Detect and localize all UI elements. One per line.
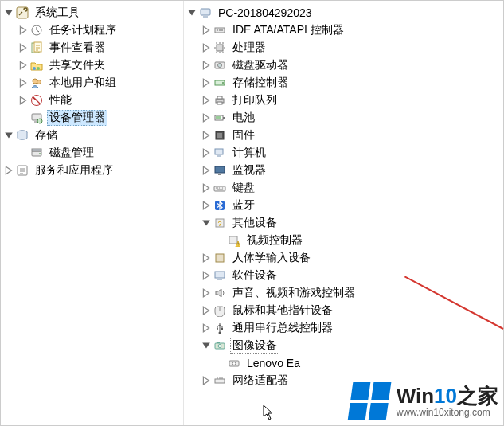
svg-rect-35: [215, 166, 225, 173]
keyboard-node[interactable]: 键盘: [200, 179, 502, 197]
expand-icon[interactable]: [201, 253, 211, 263]
mouse-icon: [213, 303, 227, 318]
collapse-icon[interactable]: [201, 341, 211, 350]
usb-node[interactable]: 通用串行总线控制器: [200, 319, 502, 337]
software-devices-node[interactable]: 软件设备: [200, 267, 502, 284]
services-apps-node[interactable]: 服务和应用程序: [2, 162, 182, 179]
expand-icon[interactable]: [201, 113, 211, 123]
computer-root-node[interactable]: PC-201804292023 IDE ATA/ATAPI 控制器 处理器: [186, 4, 502, 389]
node-label: 存储: [33, 127, 60, 143]
monitor-icon: [213, 163, 227, 178]
disk-drives-node[interactable]: 磁盘驱动器: [200, 57, 502, 74]
svg-rect-18: [203, 16, 208, 18]
expand-icon[interactable]: [201, 61, 211, 70]
node-label: 打印队列: [230, 92, 279, 108]
expand-icon[interactable]: [201, 288, 211, 298]
shared-folders-node[interactable]: 共享文件夹: [17, 57, 182, 74]
expand-icon[interactable]: [201, 271, 211, 280]
collapse-icon[interactable]: [4, 131, 14, 140]
svg-point-7: [37, 80, 41, 84]
node-label: PC-201804292023: [216, 6, 315, 20]
svg-point-6: [33, 79, 37, 84]
firmware-node[interactable]: 固件: [200, 127, 502, 144]
svg-rect-26: [217, 96, 222, 99]
node-label: 蓝牙: [230, 197, 257, 213]
node-label: 软件设备: [230, 268, 279, 283]
expand-icon[interactable]: [201, 148, 211, 158]
node-label: 设备管理器: [47, 110, 107, 126]
other-devices-node[interactable]: ? 其他设备 · ! 视频控制器: [200, 214, 502, 249]
expand-icon[interactable]: [201, 25, 211, 35]
collapse-icon[interactable]: [201, 218, 211, 228]
hid-node[interactable]: 人体学输入设备: [200, 249, 502, 267]
left-tree: 系统工具 任务计划程序: [1, 1, 183, 182]
storage-ctrl-node[interactable]: 存储控制器: [200, 74, 502, 92]
expand-icon[interactable]: [201, 376, 211, 385]
bluetooth-node[interactable]: 蓝牙: [200, 197, 502, 214]
expand-icon[interactable]: [201, 96, 211, 105]
expand-icon[interactable]: [18, 78, 28, 88]
node-label: 服务和应用程序: [33, 162, 115, 178]
sound-node[interactable]: 声音、视频和游戏控制器: [200, 284, 502, 302]
left-pane: 系统工具 任务计划程序: [1, 1, 184, 425]
sound-icon: [213, 286, 227, 300]
node-label: IDE ATA/ATAPI 控制器: [230, 22, 346, 38]
expand-icon[interactable]: [201, 201, 211, 210]
software-icon: [213, 268, 227, 283]
node-label: 固件: [230, 127, 257, 143]
svg-text:?: ?: [217, 220, 221, 228]
ide-node[interactable]: IDE ATA/ATAPI 控制器: [200, 21, 502, 39]
node-label: 其他设备: [230, 215, 279, 231]
system-tools-node[interactable]: 系统工具 任务计划程序: [2, 4, 182, 127]
expand-icon[interactable]: [201, 166, 211, 175]
expand-icon[interactable]: [18, 96, 28, 105]
device-manager-node[interactable]: · 设备管理器: [17, 109, 182, 127]
expand-icon[interactable]: [201, 323, 211, 333]
mouse-node[interactable]: 鼠标和其他指针设备: [200, 302, 502, 319]
computers-node[interactable]: 计算机: [200, 144, 502, 162]
monitor-node[interactable]: 监视器: [200, 162, 502, 179]
battery-node[interactable]: 电池: [200, 109, 502, 127]
node-label: 电池: [230, 110, 257, 126]
tools-icon: [15, 6, 29, 20]
hid-icon: [213, 251, 227, 265]
hdd-icon: [213, 58, 227, 72]
task-scheduler-node[interactable]: 任务计划程序: [17, 21, 182, 39]
disk-management-node[interactable]: · 磁盘管理: [17, 144, 182, 162]
users-icon: [29, 76, 44, 90]
video-controller-node[interactable]: · ! 视频控制器: [214, 232, 502, 249]
battery-icon: [213, 111, 227, 125]
storage-ctrl-icon: [213, 76, 227, 90]
svg-rect-43: [216, 254, 224, 262]
expand-icon[interactable]: [18, 61, 28, 70]
expand-icon[interactable]: [18, 43, 28, 53]
svg-rect-45: [217, 279, 222, 280]
performance-node[interactable]: 性能: [17, 92, 182, 109]
lenovo-camera-node[interactable]: · Lenovo Ea: [214, 354, 502, 372]
svg-point-11: [37, 119, 42, 123]
clock-icon: [29, 23, 44, 37]
storage-node[interactable]: 存储 · 磁盘管理: [2, 127, 182, 162]
expand-icon[interactable]: [201, 78, 211, 88]
local-users-node[interactable]: 本地用户和组: [17, 74, 182, 92]
expand-icon[interactable]: [201, 131, 211, 140]
imaging-icon: [213, 338, 227, 353]
cpu-node[interactable]: 处理器: [200, 39, 502, 57]
svg-point-47: [217, 328, 218, 330]
firmware-icon: [213, 128, 227, 143]
svg-point-53: [232, 362, 236, 365]
collapse-icon[interactable]: [187, 8, 197, 18]
network-adapters-node[interactable]: 网络适配器: [200, 372, 502, 389]
print-queue-node[interactable]: 打印队列: [200, 92, 502, 109]
event-viewer-node[interactable]: 事件查看器: [17, 39, 182, 57]
expand-icon[interactable]: [4, 166, 14, 175]
imaging-devices-node[interactable]: 图像设备 · Lenovo Ea: [200, 337, 502, 372]
expand-icon[interactable]: [18, 25, 28, 35]
collapse-icon[interactable]: [4, 8, 14, 18]
node-label: 通用串行总线控制器: [230, 320, 335, 336]
warning-device-icon: !: [227, 233, 241, 248]
svg-point-15: [39, 153, 41, 154]
expand-icon[interactable]: [201, 306, 211, 315]
expand-icon[interactable]: [201, 183, 211, 193]
expand-icon[interactable]: [201, 43, 211, 53]
